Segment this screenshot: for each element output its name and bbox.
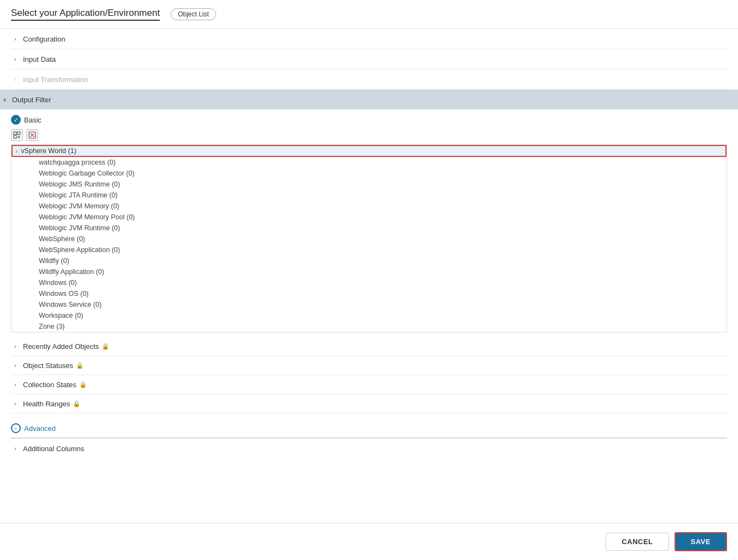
list-item[interactable]: WebSphere (0) — [11, 234, 727, 244]
list-item[interactable]: Windows (0) — [11, 277, 727, 288]
collection-states-label: Collection States — [23, 381, 77, 389]
sub-items-list: watchquagga process (0) Weblogic Garbage… — [11, 157, 727, 332]
basic-check-icon: ✓ — [11, 115, 21, 125]
bottom-sections: › Recently Added Objects 🔒 › Object Stat… — [11, 337, 727, 413]
advanced-label-row[interactable]: › Advanced — [11, 423, 727, 433]
collection-states-lock-icon: 🔒 — [79, 381, 87, 388]
expand-all-icon[interactable] — [11, 129, 23, 141]
input-transformation-label: Input Transformation — [23, 75, 88, 84]
list-item[interactable]: Windows OS (0) — [11, 288, 727, 299]
list-item[interactable]: Workspace (0) — [11, 310, 727, 321]
object-statuses-chevron-icon: › — [11, 361, 20, 370]
advanced-icon: › — [11, 423, 21, 433]
health-ranges-label: Health Ranges — [23, 400, 70, 408]
cancel-button[interactable]: CANCEL — [606, 533, 669, 551]
health-ranges-lock-icon: 🔒 — [73, 400, 80, 407]
additional-columns-section[interactable]: › Additional Columns — [11, 438, 727, 458]
svg-rect-0 — [14, 132, 16, 135]
list-item[interactable]: Weblogic JMS Runtime (0) — [11, 179, 727, 190]
list-item[interactable]: Weblogic JVM Runtime (0) — [11, 223, 727, 234]
advanced-section[interactable]: › Advanced — [11, 419, 727, 438]
footer-buttons: CANCEL SAVE — [0, 523, 738, 560]
additional-columns-chevron-icon: › — [11, 444, 20, 453]
list-item[interactable]: Weblogic JVM Memory (0) — [11, 201, 727, 212]
page-header: Select your Application/Environment Obje… — [0, 0, 738, 29]
input-data-section[interactable]: › Input Data — [11, 49, 727, 69]
configuration-label: Configuration — [23, 35, 65, 43]
output-filter-chevron-icon: ∨ — [0, 95, 9, 104]
configuration-chevron-icon: › — [11, 34, 20, 43]
recently-added-objects-section[interactable]: › Recently Added Objects 🔒 — [11, 337, 727, 356]
list-item[interactable]: Weblogic JVM Memory Pool (0) — [11, 212, 727, 223]
vsphere-world-item[interactable]: › vSphere World (1) — [11, 145, 727, 157]
save-button[interactable]: SAVE — [675, 532, 727, 551]
vsphere-chevron-icon: › — [16, 148, 18, 154]
list-item[interactable]: Weblogic JTA Runtime (0) — [11, 190, 727, 201]
recently-added-label: Recently Added Objects — [23, 342, 99, 351]
input-transformation-section: › Input Transformation — [11, 69, 727, 90]
svg-rect-2 — [14, 136, 16, 138]
object-statuses-label: Object Statuses — [23, 361, 73, 370]
health-ranges-section[interactable]: › Health Ranges 🔒 — [11, 394, 727, 413]
list-item[interactable]: Wildfly (0) — [11, 255, 727, 266]
input-data-chevron-icon: › — [11, 55, 20, 63]
collection-states-chevron-icon: › — [11, 380, 20, 389]
vsphere-world-label: vSphere World (1) — [21, 147, 76, 155]
content-area: › Configuration › Input Data › Input Tra… — [0, 29, 738, 502]
list-item[interactable]: Zone (3) — [11, 321, 727, 332]
toolbar-row — [11, 129, 727, 141]
output-filter-section[interactable]: ∨ Output Filter — [0, 90, 738, 109]
list-item[interactable]: Windows Service (0) — [11, 299, 727, 310]
configuration-section[interactable]: › Configuration — [11, 29, 727, 49]
object-statuses-section[interactable]: › Object Statuses 🔒 — [11, 356, 727, 375]
basic-section: ✓ Basic — [11, 115, 727, 438]
object-tree: › vSphere World (1) watchquagga process … — [11, 144, 727, 332]
input-data-label: Input Data — [23, 55, 56, 63]
list-item[interactable]: WebSphere Application (0) — [11, 244, 727, 255]
clear-selection-icon[interactable] — [26, 129, 38, 141]
object-statuses-lock-icon: 🔒 — [76, 362, 84, 369]
input-transformation-chevron-icon: › — [11, 75, 20, 84]
page-title: Select your Application/Environment — [11, 8, 160, 21]
additional-columns-content: › Additional Columns — [0, 438, 738, 458]
main-content: › Configuration › Input Data › Input Tra… — [0, 29, 738, 90]
basic-header: ✓ Basic — [11, 115, 727, 125]
object-list-button[interactable]: Object List — [171, 8, 216, 20]
recently-added-lock-icon: 🔒 — [102, 343, 109, 350]
list-item[interactable]: Wildfly Application (0) — [11, 266, 727, 277]
collection-states-section[interactable]: › Collection States 🔒 — [11, 375, 727, 394]
advanced-label: Advanced — [24, 424, 56, 433]
filter-content: ✓ Basic — [0, 115, 738, 438]
health-ranges-chevron-icon: › — [11, 399, 20, 408]
output-filter-label: Output Filter — [12, 96, 51, 104]
additional-columns-label: Additional Columns — [23, 445, 84, 453]
recently-added-chevron-icon: › — [11, 342, 20, 351]
list-item[interactable]: Weblogic Garbage Collector (0) — [11, 168, 727, 179]
svg-rect-1 — [18, 132, 20, 135]
list-item[interactable]: watchquagga process (0) — [11, 157, 727, 168]
basic-label: Basic — [24, 116, 42, 124]
